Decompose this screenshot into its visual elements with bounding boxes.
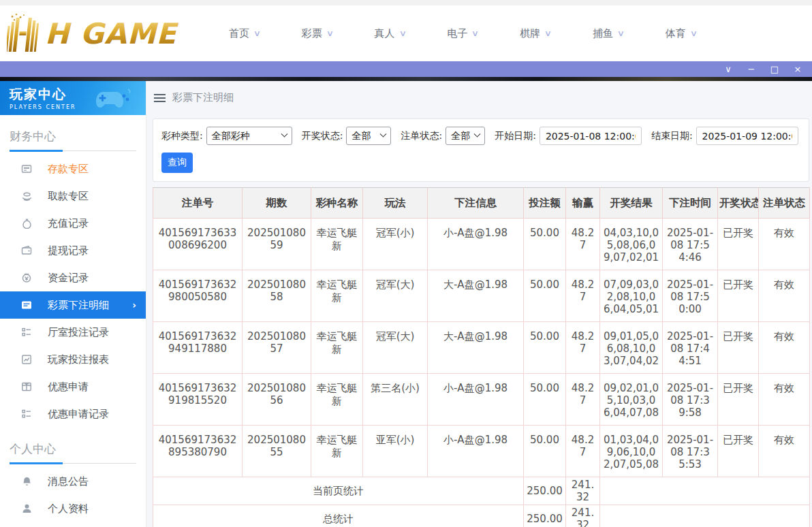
sidebar-item-person[interactable]: 个人资料: [0, 495, 146, 522]
gamepad-icon: [94, 86, 135, 111]
nav-item-4[interactable]: 电子∨: [447, 27, 478, 40]
sidebar-item-label: 厅室投注记录: [48, 326, 109, 339]
nav-item-label: 首页: [229, 27, 249, 40]
cell-win-loss: 48.27: [566, 270, 600, 322]
cell-bet-time: 2025-01-08 17:44:51: [663, 322, 718, 374]
sidebar-item-player-report[interactable]: 玩家投注报表: [0, 346, 146, 373]
cell-win-loss: 48.27: [566, 322, 600, 374]
lottery-type-select[interactable]: 全部彩种: [206, 127, 292, 145]
close-button[interactable]: ×: [793, 65, 802, 74]
sidebar-item-funds-record[interactable]: 资金记录: [0, 264, 146, 291]
chevron-down-icon: ∨: [326, 29, 333, 38]
end-date-input[interactable]: [696, 127, 798, 145]
cell-order-status: 有效: [759, 270, 810, 322]
summary-bet-total: 250.00: [524, 477, 566, 505]
table-row: 40156917363298005058020250108058幸运飞艇新冠军(…: [153, 270, 810, 322]
summary-winloss-total: 241.32: [566, 505, 600, 527]
chevron-down-icon: [281, 131, 287, 138]
cell-bet-time: 2025-01-08 17:35:53: [663, 426, 718, 477]
sidebar-item-deposit[interactable]: 存款专区: [0, 155, 146, 182]
sidebar-item-promo-record[interactable]: 优惠申请记录: [0, 400, 146, 428]
player-report-icon: [20, 354, 33, 365]
sidebar-item-gear[interactable]: 修改密码: [0, 522, 146, 527]
sidebar-item-withdraw-record[interactable]: 提现记录: [0, 237, 146, 264]
column-header-bet-amount: 投注额: [524, 188, 566, 219]
column-header-order-status: 注单状态: [759, 188, 810, 219]
draw-status-label: 开奖状态:: [302, 130, 343, 142]
site-header: H GAME 首页∨彩票∨真人∨电子∨棋牌∨捕鱼∨体育∨: [0, 5, 812, 61]
chevron-down-icon: ∨: [471, 29, 479, 38]
sidebar-item-bell[interactable]: 消息公告: [0, 468, 146, 495]
sidebar-item-promo-apply[interactable]: 优惠申请: [0, 373, 146, 400]
page-top-strip: [0, 0, 812, 5]
cell-win-loss: 48.27: [566, 219, 600, 270]
end-date-label: 结束日期:: [651, 130, 693, 142]
cell-lottery-name: 幸运飞艇新: [311, 270, 363, 322]
window-titlebar: ∨−□×: [0, 61, 812, 77]
order-status-select[interactable]: 全部: [446, 127, 485, 145]
sidebar-sections: 财务中心存款专区取款专区充值记录提现记录资金记录彩票下注明细›厅室投注记录玩家投…: [0, 129, 146, 527]
sidebar: 玩家中心 PLAYERS CENTER 财务中心存款专区取款专区充值记录提现记录…: [0, 81, 146, 527]
minimize-button[interactable]: −: [747, 65, 756, 74]
person-icon: [20, 503, 33, 514]
brand-logo[interactable]: H GAME: [7, 11, 211, 56]
sidebar-item-hall-bet-record[interactable]: 厅室投注记录: [0, 319, 146, 346]
chevron-down-icon: ∨: [544, 29, 552, 38]
cell-draw-result: 09,02,01,05,10,03,06,04,07,08: [600, 374, 663, 426]
bet-detail-table-wrap: 注单号期数彩种名称玩法下注信息投注额输赢开奖结果下注时间开奖状态注单状态 401…: [153, 187, 809, 527]
summary-row: 当前页统计250.00241.32: [153, 477, 810, 505]
bet-detail-table: 注单号期数彩种名称玩法下注信息投注额输赢开奖结果下注时间开奖状态注单状态 401…: [153, 187, 810, 527]
lottery-bet-detail-icon: [20, 300, 33, 310]
brand-logo-text: H GAME: [45, 17, 179, 50]
nav-item-2[interactable]: 彩票∨: [302, 27, 333, 40]
cell-order-id: 401569173632919815520: [153, 374, 243, 426]
search-button[interactable]: 查询: [161, 153, 193, 173]
cell-bet-info: 小-A盘@1.98: [428, 219, 524, 270]
maximize-button[interactable]: □: [770, 65, 779, 74]
cell-period: 20250108056: [243, 374, 311, 426]
sidebar-item-label: 彩票下注明细: [48, 299, 109, 312]
nav-item-7[interactable]: 体育∨: [666, 27, 697, 40]
sidebar-item-withdraw[interactable]: 取款专区: [0, 182, 146, 210]
cell-lottery-name: 幸运飞艇新: [311, 219, 363, 270]
column-header-lottery-name: 彩种名称: [311, 188, 363, 219]
sidebar-item-label: 玩家投注报表: [48, 353, 109, 366]
cell-play-type: 冠军(小): [363, 219, 428, 270]
sidebar-item-label: 充值记录: [48, 217, 89, 230]
column-header-order-id: 注单号: [153, 188, 243, 219]
nav-item-6[interactable]: 捕鱼∨: [593, 27, 624, 40]
column-header-period: 期数: [243, 188, 311, 219]
table-header-row: 注单号期数彩种名称玩法下注信息投注额输赢开奖结果下注时间开奖状态注单状态: [153, 188, 810, 219]
summary-label: 总统计: [153, 505, 524, 527]
cell-bet-time: 2025-01-08 17:50:00: [663, 270, 718, 322]
cell-period: 20250108057: [243, 322, 311, 374]
sidebar-item-label: 提现记录: [48, 244, 89, 257]
cell-bet-info: 小-A盘@1.98: [428, 426, 524, 477]
column-header-bet-info: 下注信息: [428, 188, 524, 219]
draw-status-select[interactable]: 全部: [346, 127, 391, 145]
nav-item-5[interactable]: 棋牌∨: [520, 27, 551, 40]
cell-play-type: 冠军(大): [363, 270, 428, 322]
start-date-input[interactable]: [540, 127, 642, 145]
dropdown-button[interactable]: ∨: [723, 65, 733, 74]
sidebar-item-lottery-bet-detail[interactable]: 彩票下注明细›: [0, 291, 146, 319]
cell-bet-amount: 50.00: [524, 219, 566, 270]
chevron-down-icon: [380, 131, 387, 138]
cell-order-status: 有效: [759, 374, 810, 426]
nav-item-label: 电子: [447, 27, 467, 40]
cell-draw-result: 09,01,05,06,08,10,03,07,04,02: [600, 322, 663, 374]
chevron-down-icon: ∨: [689, 29, 697, 38]
nav-item-1[interactable]: 首页∨: [229, 27, 260, 40]
nav-item-3[interactable]: 真人∨: [375, 27, 406, 40]
brand-logo-graphic: H GAME: [7, 11, 208, 53]
chevron-right-icon: ›: [132, 300, 136, 310]
cell-play-type: 第三名(小): [363, 374, 428, 426]
main-nav: 首页∨彩票∨真人∨电子∨棋牌∨捕鱼∨体育∨: [229, 27, 697, 40]
summary-empty-cell: [600, 477, 810, 505]
sidebar-item-recharge-record[interactable]: 充值记录: [0, 210, 146, 237]
cell-win-loss: 48.27: [566, 374, 600, 426]
sidebar-item-label: 消息公告: [48, 475, 89, 488]
menu-icon[interactable]: [154, 94, 166, 102]
cell-period: 20250108059: [243, 219, 311, 270]
cell-play-type: 亚军(小): [363, 426, 428, 477]
